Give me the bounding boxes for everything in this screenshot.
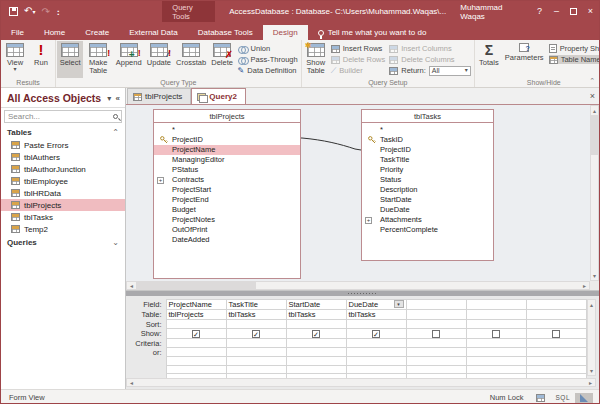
sql-view-button[interactable]: SQL (550, 393, 575, 402)
design-horizontal-scrollbar[interactable]: ◂ ▸ (126, 281, 590, 290)
scroll-left-icon[interactable]: ◂ (127, 282, 136, 289)
field-list-tbltasks[interactable]: tblTasks *TaskIDProjectIDTaskTitlePriori… (361, 109, 494, 261)
grid-cell-criteria-col3[interactable] (286, 339, 346, 348)
nav-menu-icon[interactable]: ▾ (107, 94, 112, 103)
show-checkbox[interactable]: ✓ (372, 330, 380, 338)
maximize-button[interactable] (565, 1, 582, 22)
grid-cell-criteria-col4[interactable] (346, 339, 406, 348)
expand-section-icon[interactable]: ⌄ (112, 238, 119, 247)
field-list-title[interactable]: tblProjects (154, 110, 300, 123)
tab-file[interactable]: File (1, 25, 34, 40)
field-projectname[interactable]: ProjectName (154, 145, 300, 155)
grid-cell-field-col3[interactable]: StartDate (286, 300, 346, 310)
grid-cell-empty-col3[interactable] (286, 365, 346, 374)
grid-cell-criteria-col5[interactable] (406, 339, 466, 348)
minimize-button[interactable]: – (548, 1, 565, 22)
delete-query-button[interactable]: ✗ Delete (209, 41, 236, 78)
nav-section-tables[interactable]: Tables ⌃ (1, 125, 125, 139)
doc-tab-query2[interactable]: Query2 (191, 88, 246, 104)
doc-tab-tblprojects[interactable]: tblProjects (127, 88, 191, 104)
grid-cell-field-col5[interactable] (406, 300, 466, 310)
tab-database-tools[interactable]: Database Tools (188, 25, 263, 40)
nav-item-tblauthorjunction[interactable]: tblAuthorJunction (1, 163, 125, 175)
show-checkbox[interactable] (552, 330, 560, 338)
nav-pane-header[interactable]: All Access Objects ▾ « (1, 88, 125, 108)
property-sheet-button[interactable]: Property Sheet (549, 44, 600, 53)
scroll-right-icon[interactable]: ▸ (580, 282, 589, 289)
field-projectnotes[interactable]: ProjectNotes (154, 215, 300, 225)
save-icon[interactable] (9, 7, 18, 16)
table-names-button[interactable]: Table Names (549, 55, 600, 64)
crosstab-button[interactable]: Crosstab (174, 41, 209, 78)
customize-toolbar-icon[interactable]: ᎓ (56, 7, 61, 17)
nav-item-tblhrdata[interactable]: tblHRData (1, 187, 125, 199)
grid-cell-show-col6[interactable] (466, 329, 526, 339)
grid-cell-sort-col2[interactable] (226, 320, 286, 329)
field-projectend[interactable]: ProjectEnd (154, 195, 300, 205)
show-checkbox[interactable]: ✓ (252, 330, 260, 338)
design-canvas[interactable]: tblProjects *ProjectIDProjectNameManagin… (126, 105, 590, 281)
append-button[interactable]: +! Append (113, 41, 144, 78)
scroll-down-icon[interactable]: ▾ (591, 271, 598, 280)
grid-cell-field-col4[interactable]: ▾DueDate (346, 300, 406, 310)
grid-horizontal-scrollbar[interactable]: ◂ ▸ (126, 378, 596, 387)
grid-cell-sort-col3[interactable] (286, 320, 346, 329)
grid-cell-or-col5[interactable] (406, 348, 466, 357)
expand-plus-icon[interactable]: + (365, 217, 372, 224)
shutter-bar-icon[interactable]: « (116, 94, 121, 103)
make-table-button[interactable]: ! Make Table (83, 41, 113, 78)
scrollbar-thumb[interactable] (591, 115, 598, 155)
field-asterisk[interactable]: * (154, 125, 300, 135)
field-dateadded[interactable]: DateAdded (154, 235, 300, 245)
field-contracts[interactable]: +Contracts (154, 175, 300, 185)
grid-cell-show-col5[interactable] (406, 329, 466, 339)
grid-cell-field-col2[interactable]: TaskTitle (226, 300, 286, 310)
contextual-tab-querytools[interactable]: Query Tools (162, 1, 215, 22)
field-combo-icon[interactable]: ▾ (394, 300, 404, 308)
tab-design[interactable]: Design (263, 25, 308, 40)
show-checkbox[interactable] (432, 330, 440, 338)
collapse-section-icon[interactable]: ⌃ (112, 128, 119, 137)
grid-cell-sort-col1[interactable] (166, 320, 226, 329)
grid-cell-criteria-col7[interactable] (526, 339, 586, 348)
grid-cell-empty-col3[interactable] (286, 357, 346, 366)
scroll-up-icon[interactable]: ▴ (588, 300, 595, 309)
scroll-down-icon[interactable]: ▾ (588, 366, 595, 375)
update-button[interactable]: ∕! Update (144, 41, 173, 78)
grid-vertical-scrollbar[interactable]: ▴ ▾ (587, 299, 596, 376)
union-button[interactable]: Union (238, 44, 298, 53)
insert-rows-button[interactable]: Insert Rows (331, 44, 386, 53)
scrollbar-thumb[interactable] (136, 282, 256, 289)
field-status[interactable]: Status (362, 175, 493, 185)
field-list-tblprojects[interactable]: tblProjects *ProjectIDProjectNameManagin… (153, 109, 301, 279)
grid-cell-criteria-col1[interactable] (166, 339, 226, 348)
grid-cell-empty-col1[interactable] (166, 357, 226, 366)
field-managingeditor[interactable]: ManagingEditor (154, 155, 300, 165)
grid-cell-sort-col4[interactable] (346, 320, 406, 329)
grid-cell-field-col6[interactable] (466, 300, 526, 310)
grid-cell-show-col2[interactable]: ✓ (226, 329, 286, 339)
design-vertical-scrollbar[interactable]: ▴ ▾ (590, 105, 599, 281)
parameters-button[interactable]: Parameters (502, 41, 547, 78)
field-priority[interactable]: Priority (362, 165, 493, 175)
field-outofprint[interactable]: OutOfPrint (154, 225, 300, 235)
view-button[interactable]: View ▾ (2, 41, 28, 78)
grid-cell-table-col6[interactable] (466, 310, 526, 320)
grid-cell-empty-col5[interactable] (406, 365, 466, 374)
nav-item-temp2[interactable]: Temp2 (1, 223, 125, 235)
data-definition-button[interactable]: ✎ Data Definition (238, 66, 298, 75)
grid-cell-empty-col6[interactable] (466, 365, 526, 374)
field-attachments[interactable]: +Attachments (362, 215, 493, 225)
run-button[interactable]: ! Run (28, 41, 54, 78)
return-select[interactable]: All ▾ (429, 66, 471, 76)
field-duedate[interactable]: DueDate (362, 205, 493, 215)
grid-cell-show-col7[interactable] (526, 329, 586, 339)
grid-cell-table-col4[interactable]: tblTasks (346, 310, 406, 320)
field-list-title[interactable]: tblTasks (362, 110, 493, 123)
grid-cell-empty-col4[interactable] (346, 365, 406, 374)
nav-item-tbltasks[interactable]: tblTasks (1, 211, 125, 223)
grid-cell-or-col6[interactable] (466, 348, 526, 357)
nav-item-tblprojects[interactable]: tblProjects (1, 199, 125, 211)
tab-external-data[interactable]: External Data (119, 25, 187, 40)
nav-item-tblemployee[interactable]: tblEmployee (1, 175, 125, 187)
